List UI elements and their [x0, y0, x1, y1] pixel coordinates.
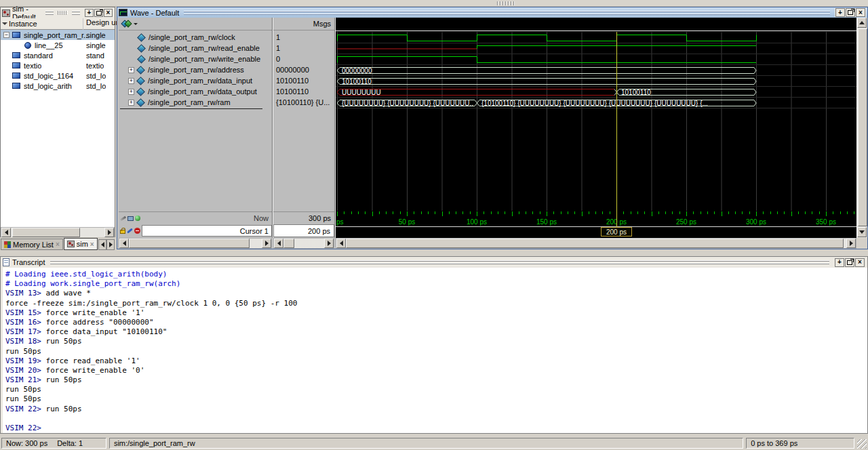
- transcript-command: force data_input "10100110": [41, 327, 167, 336]
- tree-row-std-logic-1164[interactable]: std_logic_1164std_lo: [1, 70, 115, 81]
- lock-cursor-icon[interactable]: [120, 230, 125, 234]
- tree-row-textio[interactable]: textiotextio: [1, 60, 115, 70]
- close-icon[interactable]: ×: [104, 9, 113, 17]
- dock-plus-icon[interactable]: +: [85, 9, 94, 17]
- scroll-left-icon[interactable]: [1, 228, 11, 237]
- remove-cursor-icon[interactable]: [134, 228, 140, 234]
- edit-wave-icon[interactable]: [120, 216, 126, 221]
- timeline-label: 50 ps: [399, 218, 415, 226]
- signal-row-data_output[interactable]: +/single_port_ram_rw/data_output: [119, 86, 272, 97]
- window-top-strip: [0, 0, 868, 7]
- undock-icon[interactable]: [845, 258, 854, 267]
- timeline-ruler[interactable]: 0 ps50 ps100 ps150 ps200 ps250 ps300 ps3…: [336, 211, 856, 237]
- sim-tree: −single_port_ram_r...singleline__25singl…: [1, 30, 115, 227]
- tab-scroll-right-icon[interactable]: [106, 239, 115, 250]
- signal-icon: [137, 33, 146, 42]
- expand-icon[interactable]: +: [128, 78, 134, 84]
- tab-scroll-left-icon[interactable]: [98, 239, 106, 250]
- undock-icon[interactable]: [94, 9, 103, 17]
- wave-vertical-scrollbar[interactable]: [856, 18, 867, 238]
- instance-column-header[interactable]: Instance: [9, 20, 37, 28]
- collapse-icon[interactable]: −: [3, 32, 9, 38]
- chevron-down-icon[interactable]: [134, 23, 138, 27]
- scroll-right-icon[interactable]: [104, 228, 114, 237]
- signal-value-write_enable: 0: [273, 54, 334, 64]
- tab-close-icon[interactable]: ×: [90, 241, 94, 248]
- sort-indicator-icon: [2, 22, 7, 28]
- sim-horizontal-scrollbar[interactable]: [1, 227, 115, 237]
- transcript-prompt: VSIM 15>: [5, 308, 41, 317]
- titlebar-drag-dots[interactable]: [58, 11, 68, 15]
- signal-chooser-icon[interactable]: [121, 20, 132, 28]
- waveform-canvas-column: 0000000010100110UUUUUUUU10100110{UUUUUUU…: [336, 18, 856, 238]
- transcript-body[interactable]: # Loading ieee.std_logic_arith(body)# Lo…: [1, 268, 867, 433]
- signal-row-data_input[interactable]: +/single_port_ram_rw/data_input: [119, 75, 272, 86]
- names-horizontal-scrollbar[interactable]: [119, 238, 272, 249]
- dock-drag-handle[interactable]: [497, 1, 516, 5]
- scroll-left-icon[interactable]: [274, 239, 283, 248]
- close-icon[interactable]: ×: [855, 258, 865, 267]
- transcript-output: run 50ps: [5, 385, 41, 394]
- cursor-value[interactable]: 200 ps: [273, 224, 334, 237]
- transcript-titlebar[interactable]: Transcript + ×: [1, 257, 867, 268]
- signal-value-text: 1: [276, 44, 280, 52]
- insert-cursor-icon[interactable]: [135, 216, 140, 221]
- waveform-canvas[interactable]: 0000000010100110UUUUUUUU10100110{UUUUUUU…: [336, 32, 856, 211]
- titlebar-groove[interactable]: [184, 11, 830, 15]
- dock-plus-icon[interactable]: +: [835, 8, 845, 17]
- signal-row-read_enable[interactable]: /single_port_ram_rw/read_enable: [119, 43, 272, 54]
- scroll-right-icon[interactable]: [324, 239, 334, 248]
- entity-icon: [12, 83, 20, 89]
- cursor-label[interactable]: Cursor 1: [240, 227, 269, 235]
- cursor-row[interactable]: Cursor 1: [119, 224, 272, 237]
- signal-chooser-header[interactable]: [119, 18, 272, 30]
- signal-row-ram[interactable]: +/single_port_ram_rw/ram: [119, 97, 272, 108]
- tree-row-standard[interactable]: standardstand: [1, 50, 115, 60]
- waveform-svg[interactable]: 0000000010100110UUUUUUUU10100110{UUUUUUU…: [336, 32, 856, 211]
- sim-panel-titlebar[interactable]: sim - Default + ×: [1, 7, 115, 18]
- scrollbar-thumb[interactable]: [858, 28, 867, 226]
- tree-row-single-port-ram-r[interactable]: −single_port_ram_r...single: [1, 30, 115, 40]
- tab-sim[interactable]: sim ×: [64, 238, 98, 250]
- status-range: 0 ps to 369 ps: [751, 439, 797, 447]
- signal-row-address[interactable]: +/single_port_ram_rw/address: [119, 64, 272, 75]
- sim-column-header[interactable]: Instance Design unit: [1, 18, 115, 30]
- undock-icon[interactable]: [846, 8, 855, 17]
- cursor-time-flag[interactable]: 200 ps: [601, 227, 632, 237]
- signal-value-text: {10100110} {U...: [276, 98, 330, 106]
- transcript-line: VSIM 22>: [5, 424, 867, 433]
- scroll-down-icon[interactable]: [857, 227, 867, 237]
- transcript-prompt: VSIM 16>: [5, 318, 41, 327]
- wave-horizontal-scrollbar[interactable]: [336, 238, 856, 249]
- expand-icon[interactable]: +: [128, 89, 134, 95]
- signal-row-write_enable[interactable]: /single_port_ram_rw/write_enable: [119, 54, 272, 64]
- edit-cursor-icon[interactable]: [127, 228, 133, 233]
- sim-icon: [2, 9, 10, 17]
- transcript-line: # Loading work.single_port_ram_rw(arch): [5, 279, 867, 289]
- values-horizontal-scrollbar[interactable]: [273, 238, 334, 249]
- expand-icon[interactable]: +: [128, 100, 134, 106]
- examine-icon[interactable]: [127, 216, 134, 221]
- tree-row-line-25[interactable]: line__25single: [1, 40, 115, 50]
- scroll-up-icon[interactable]: [857, 18, 867, 28]
- wave-titlebar[interactable]: Wave - Default + ×: [117, 7, 867, 18]
- dock-plus-icon[interactable]: +: [835, 258, 844, 267]
- resize-grip[interactable]: [857, 439, 867, 449]
- transcript-command: force write_enable '0': [41, 366, 144, 375]
- tree-row-std-logic-arith[interactable]: std_logic_arithstd_lo: [1, 81, 115, 91]
- msgs-header[interactable]: Msgs: [273, 18, 334, 30]
- titlebar-groove[interactable]: [50, 260, 830, 264]
- close-icon[interactable]: ×: [856, 8, 865, 17]
- signal-row-clock[interactable]: /single_port_ram_rw/clock: [119, 32, 272, 43]
- tab-memory-list[interactable]: Memory List ×: [1, 239, 63, 250]
- transcript-line: VSIM 18> run 50ps: [5, 337, 867, 346]
- scroll-left-icon[interactable]: [336, 239, 346, 248]
- tab-close-icon[interactable]: ×: [56, 241, 60, 248]
- wave-title: Wave - Default: [130, 9, 179, 17]
- transcript-line: force -freeze sim:/single_port_ram_rw/cl…: [5, 299, 867, 308]
- time-cursor-line[interactable]: [616, 32, 617, 227]
- scroll-right-icon[interactable]: [846, 239, 856, 248]
- scroll-left-icon[interactable]: [119, 239, 129, 248]
- expand-icon[interactable]: +: [128, 67, 134, 73]
- scroll-right-icon[interactable]: [262, 239, 271, 248]
